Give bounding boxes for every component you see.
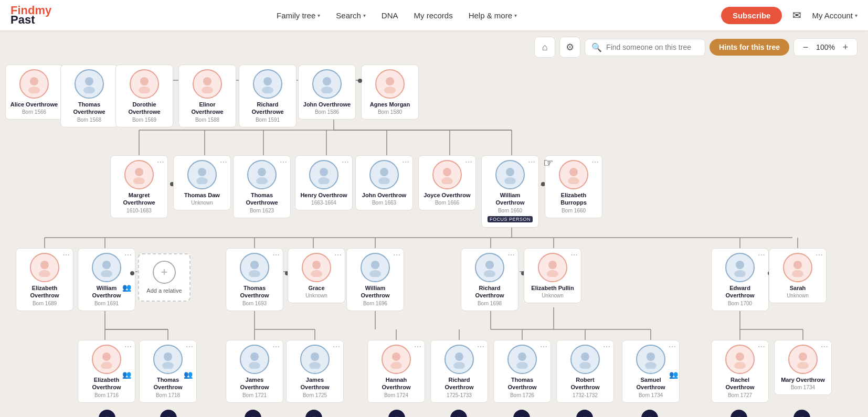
more-icon[interactable]: ⋯ — [402, 158, 409, 166]
zoom-out-button[interactable]: − — [799, 41, 812, 54]
mail-icon[interactable]: ✉ — [792, 9, 801, 22]
person-james-overthrow2[interactable]: ⋯ James Overthrow Born 1725 — [286, 340, 344, 403]
person-agnes-morgan[interactable]: Agnes Morgan Born 1580 — [361, 65, 419, 120]
more-icon[interactable]: ⋯ — [758, 251, 765, 259]
person-dates: Born 1666 — [423, 200, 471, 206]
person-william-overthrow2[interactable]: ⋯ William Overthrow Born 1691 — [78, 248, 135, 311]
expand-button-thomas4[interactable]: ▾ — [160, 410, 177, 417]
more-icon[interactable]: ⋯ — [591, 158, 599, 166]
person-name: Elizabeth Overthrow — [20, 284, 69, 300]
more-icon[interactable]: ⋯ — [333, 343, 340, 351]
person-name: Robert Overthrow — [561, 376, 609, 391]
person-grace[interactable]: ⋯ Grace Unknown — [288, 248, 345, 303]
expand-button-rachel[interactable]: ▾ — [731, 410, 747, 417]
person-henry[interactable]: ⋯ Henry Overthrow 1663-1664 — [295, 155, 353, 210]
settings-button[interactable]: ⚙ — [559, 37, 580, 58]
more-icon[interactable]: ⋯ — [220, 158, 227, 166]
svg-point-95 — [736, 261, 744, 269]
person-richard-overthrow2[interactable]: ⋯ Richard Overthrow Born 1698 — [461, 248, 518, 311]
more-icon[interactable]: ⋯ — [477, 343, 484, 351]
person-richard-overthrow3[interactable]: ⋯ Richard Overthrow 1725-1733 — [430, 340, 488, 403]
person-robert-overthrow[interactable]: ⋯ Robert Overthrow 1732-1732 — [556, 340, 614, 403]
add-relative-card[interactable]: + Add a relative — [138, 253, 190, 302]
avatar — [92, 345, 121, 374]
expand-button-richard3[interactable]: ▾ — [450, 410, 467, 417]
more-icon[interactable]: ⋯ — [157, 158, 164, 166]
person-james-overthrow1[interactable]: ⋯ James Overthrow Born 1721 — [226, 340, 283, 403]
svg-point-80 — [568, 177, 579, 184]
nav-help[interactable]: Help & more ▾ — [469, 11, 517, 20]
person-alice[interactable]: Alice Overthrowe Born 1566 — [5, 65, 63, 120]
expand-button-hannah[interactable]: ▾ — [388, 410, 405, 417]
more-icon[interactable]: ⋯ — [821, 343, 828, 351]
svg-point-112 — [516, 362, 528, 369]
zoom-in-button[interactable]: + — [839, 41, 852, 54]
person-name: Richard Overthrow — [465, 284, 514, 300]
svg-point-69 — [258, 168, 266, 176]
tree-search-input[interactable] — [606, 43, 698, 51]
person-thomas-overthrowe[interactable]: Thomas Overthrowe Born 1568 — [60, 65, 118, 127]
more-icon[interactable]: ⋯ — [124, 251, 132, 259]
expand-button-james1[interactable]: ▾ — [245, 410, 261, 417]
more-icon[interactable]: ⋯ — [280, 158, 287, 166]
person-hannah-overthrow[interactable]: ⋯ Hannah Overthrow Born 1724 — [367, 340, 425, 403]
more-icon[interactable]: ⋯ — [334, 251, 342, 259]
person-edward-overthrow[interactable]: ⋯ Edward Overthrow Born 1700 — [711, 248, 769, 311]
person-dates: Born 1588 — [183, 117, 231, 123]
hints-button[interactable]: Hints for this tree — [710, 39, 789, 56]
more-icon[interactable]: ⋯ — [570, 251, 578, 259]
expand-button-samuel[interactable]: ▾ — [641, 410, 658, 417]
more-icon[interactable]: ⋯ — [465, 158, 472, 166]
tree-search-box[interactable]: 🔍 — [585, 39, 705, 56]
more-icon[interactable]: ⋯ — [507, 251, 515, 259]
person-thomas-overthrow5[interactable]: ⋯ Thomas Overthrow Born 1726 — [493, 340, 551, 403]
person-elinor[interactable]: Elinor Overthrowe Born 1588 — [178, 65, 236, 127]
avatar — [309, 160, 338, 189]
person-john2[interactable]: ⋯ John Overthrow Born 1663 — [355, 155, 413, 210]
person-joyce[interactable]: ⋯ Joyce Overthrow Born 1666 — [418, 155, 476, 210]
person-elizabeth-pullin[interactable]: ⋯ Elizabeth Pullin Unknown — [524, 248, 581, 303]
more-icon[interactable]: ⋯ — [342, 158, 349, 166]
more-icon[interactable]: ⋯ — [669, 343, 676, 351]
person-thomas-overthrow3[interactable]: ⋯ Thomas Overthrow Born 1693 — [226, 248, 283, 311]
person-william-overthrow-focus[interactable]: ⋯ William Overthrow Born 1660 FOCUS PERS… — [481, 155, 539, 228]
more-icon[interactable]: ⋯ — [272, 343, 280, 351]
logo[interactable]: Findmy Past — [10, 5, 51, 26]
expand-button-thomas5[interactable]: ▾ — [513, 410, 530, 417]
person-rachel-overthrow[interactable]: ⋯ Rachel Overthrow Born 1727 — [711, 340, 769, 403]
more-icon[interactable]: ⋯ — [62, 251, 70, 259]
person-richard-overthrowe[interactable]: Richard Overthrowe Born 1591 — [239, 65, 297, 127]
person-dorothie[interactable]: Dorothie Overthrowe Born 1569 — [115, 65, 173, 127]
nav-my-records[interactable]: My records — [414, 11, 452, 20]
subscribe-button[interactable]: Subscribe — [721, 7, 782, 24]
more-icon[interactable]: ⋯ — [272, 251, 280, 259]
person-elizabeth-overthrow1[interactable]: ⋯ Elizabeth Overthrow Born 1689 — [16, 248, 73, 311]
more-icon[interactable]: ⋯ — [186, 343, 193, 351]
more-icon[interactable]: ⋯ — [414, 343, 421, 351]
account-menu[interactable]: My Account ▾ — [812, 11, 858, 20]
more-icon[interactable]: ⋯ — [124, 343, 132, 351]
person-sarah[interactable]: ⋯ Sarah Unknown — [769, 248, 827, 303]
person-john-overthrowe[interactable]: John Overthrowe Born 1586 — [298, 65, 356, 120]
nav-search[interactable]: Search ▾ — [336, 11, 366, 20]
more-icon[interactable]: ⋯ — [528, 158, 535, 166]
person-thomas-overthrowe2[interactable]: ⋯ Thomas Overthrowe Born 1623 — [233, 155, 291, 218]
person-margret[interactable]: ⋯ Margret Overthrowe 1610-1683 — [110, 155, 168, 218]
more-icon[interactable]: ⋯ — [816, 251, 823, 259]
expand-button-mary[interactable]: ▾ — [793, 410, 810, 417]
avatar — [361, 253, 390, 282]
home-button[interactable]: ⌂ — [534, 37, 555, 58]
more-icon[interactable]: ⋯ — [540, 343, 547, 351]
expand-button-james2[interactable]: ▾ — [305, 410, 322, 417]
expand-button-robert[interactable]: ▾ — [576, 410, 593, 417]
more-icon[interactable]: ⋯ — [603, 343, 610, 351]
person-william-overthrow3[interactable]: ⋯ William Overthrow Born 1696 — [346, 248, 404, 311]
person-elizabeth-burropps[interactable]: ⋯ Elizabeth Burropps Born 1660 — [545, 155, 602, 218]
expand-button-elizabeth3[interactable]: ▾ — [99, 410, 115, 417]
more-icon[interactable]: ⋯ — [758, 343, 765, 351]
nav-dna[interactable]: DNA — [382, 11, 398, 20]
person-thomas-daw[interactable]: ⋯ Thomas Daw Unknown — [173, 155, 231, 210]
nav-family-tree[interactable]: Family tree ▾ — [277, 11, 320, 20]
person-mary-overthrow[interactable]: ⋯ Mary Overthrow Born 1734 — [774, 340, 832, 395]
more-icon[interactable]: ⋯ — [393, 251, 400, 259]
